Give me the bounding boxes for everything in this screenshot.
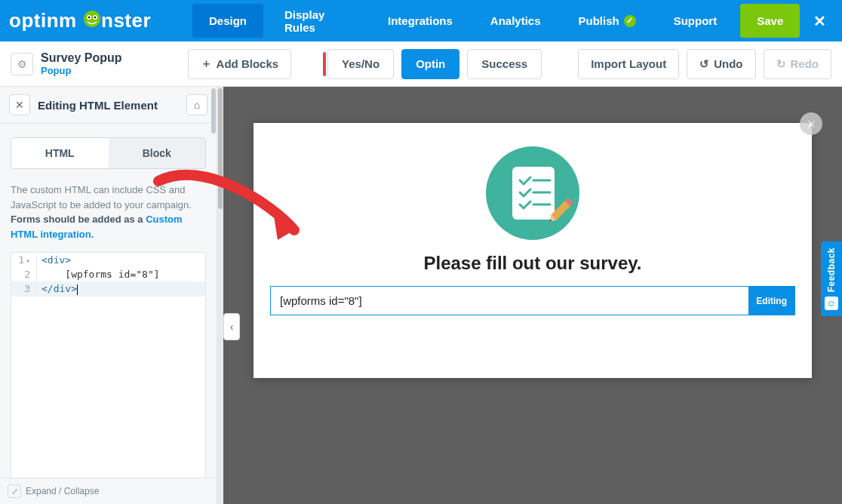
chevron-left-icon: ‹ [230,321,234,333]
gear-icon: ⚙ [17,58,27,70]
tab-html[interactable]: HTML [11,138,109,168]
plus-icon: ＋ [201,57,212,71]
toolbar: ⚙ Survey Popup Popup ＋Add Blocks Yes/No … [0,41,842,87]
campaign-title: Survey Popup [41,51,122,65]
feedback-tab[interactable]: Feedback ☺ [821,241,842,316]
campaign-settings-button[interactable]: ⚙ [11,53,33,75]
close-icon: ✕ [807,117,816,131]
editing-badge: Editing [748,287,794,315]
undo-button[interactable]: ↺Undo [687,49,755,79]
save-button[interactable]: Save [740,4,800,38]
nav-display-rules[interactable]: Display Rules [268,4,367,38]
sidebar-title: Editing HTML Element [38,99,179,112]
view-yesno[interactable]: Yes/No [327,49,394,79]
nav-analytics[interactable]: Analytics [474,4,558,38]
home-icon: ⌂ [194,99,200,111]
svg-point-5 [94,16,96,17]
sidebar-footer: ⤢ Expand / Collapse [0,478,217,504]
html-block[interactable]: [wpforms id="8"] Editing [270,286,795,315]
view-segment: Yes/No Optin Success [327,49,542,79]
top-nav-bar: optinm nster Design Display Rules Integr… [0,0,842,41]
collapse-sidebar-tab[interactable]: ‹ [223,313,240,340]
popup-title[interactable]: Please fill out our survey. [270,253,795,274]
tab-block[interactable]: Block [109,138,206,168]
survey-checklist-icon [484,144,582,242]
sidebar-scrollbar[interactable] [210,87,217,504]
nav-integrations[interactable]: Integrations [371,4,469,38]
publish-check-icon: ✓ [624,15,636,27]
expand-collapse-label[interactable]: Expand / Collapse [26,486,99,496]
feedback-smile-icon: ☺ [825,297,838,310]
nav-publish[interactable]: Publish✓ [562,4,653,38]
import-layout-button[interactable]: Import Layout [578,49,679,79]
close-editor-button[interactable]: ✕ [804,4,834,38]
sidebar-home-button[interactable]: ⌂ [186,94,207,115]
canvas-scrollbar[interactable] [217,87,223,504]
nav-design[interactable]: Design [192,4,263,38]
help-text: The custom HTML can include CSS and Java… [11,183,206,241]
html-block-content: [wpforms id="8"] [280,294,362,307]
undo-icon: ↺ [699,57,709,71]
unsaved-indicator [323,52,326,76]
campaign-meta: Survey Popup Popup [41,51,122,76]
sidebar-tabs: HTML Block [11,137,206,169]
popup-preview[interactable]: ✕ [254,123,812,378]
svg-text:nster: nster [101,9,151,32]
svg-point-1 [84,11,100,27]
sidebar-close-button[interactable]: ✕ [9,94,30,115]
add-blocks-button[interactable]: ＋Add Blocks [188,49,292,79]
view-success[interactable]: Success [467,49,542,79]
popup-close-button[interactable]: ✕ [800,112,822,135]
sidebar: ✕ Editing HTML Element ⌂ HTML Block The … [0,87,217,504]
expand-collapse-icon[interactable]: ⤢ [8,484,21,498]
brand-logo: optinm nster [9,8,167,34]
svg-point-4 [88,16,90,17]
html-code-editor[interactable]: 1▾ <div> 2 [wpforms id="8"] 3 </div> [11,252,206,478]
nav-support[interactable]: Support [657,4,734,38]
campaign-type: Popup [41,65,122,76]
svg-text:optinm: optinm [9,9,77,32]
close-icon: ✕ [15,99,24,111]
redo-button[interactable]: ↻Redo [764,49,832,79]
canvas: ‹ ✕ [217,87,842,504]
view-optin[interactable]: Optin [401,49,459,79]
redo-icon: ↻ [776,57,786,71]
